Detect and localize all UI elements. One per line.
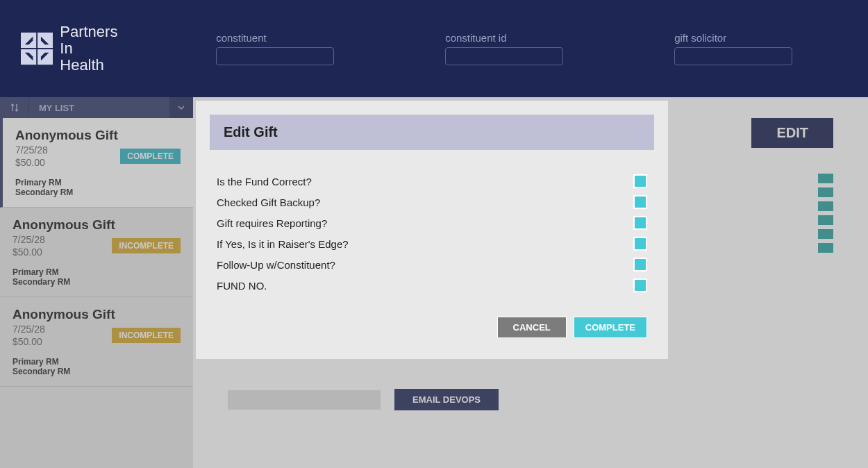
question-checkbox[interactable] xyxy=(633,216,647,230)
brand-line1: Partners xyxy=(60,24,119,40)
filter-solicitor-input[interactable] xyxy=(674,47,792,65)
filters: constituent constituent id gift solicito… xyxy=(147,32,868,65)
filter-constituent-label: constituent xyxy=(216,32,334,44)
filter-constituent-id-label: constituent id xyxy=(445,32,563,44)
question-label: Gift requires Reporting? xyxy=(217,217,327,229)
cancel-button[interactable]: CANCEL xyxy=(497,317,567,338)
brand-logo: Partners In Health xyxy=(21,24,119,74)
question-label: Checked Gift Backup? xyxy=(217,197,320,208)
filter-constituent-input[interactable] xyxy=(216,47,334,65)
modal-title-bar: Edit Gift xyxy=(210,115,654,150)
brand-line2: In Health xyxy=(60,40,119,74)
hands-icon xyxy=(21,32,53,65)
question-checkbox[interactable] xyxy=(633,195,647,209)
question-checkbox[interactable] xyxy=(633,174,647,188)
edit-gift-modal: Edit Gift Is the Fund Correct? Checked G… xyxy=(196,101,668,359)
question-label: FUND NO. xyxy=(217,280,267,292)
question-checkbox[interactable] xyxy=(633,258,647,271)
question-checkbox[interactable] xyxy=(633,278,647,292)
question-checkbox[interactable] xyxy=(633,237,647,251)
filter-constituent-id-input[interactable] xyxy=(445,47,563,65)
filter-solicitor-label: gift solicitor xyxy=(674,32,792,44)
question-label: Is the Fund Correct? xyxy=(217,176,312,187)
question-label: Follow-Up w/Constituent? xyxy=(217,259,335,271)
modal-title: Edit Gift xyxy=(224,124,640,140)
complete-button[interactable]: COMPLETE xyxy=(574,317,647,338)
question-label: If Yes, Is it in Raiser's Edge? xyxy=(217,238,349,250)
svg-rect-2 xyxy=(36,33,37,65)
header: Partners In Health constituent constitue… xyxy=(0,0,868,97)
